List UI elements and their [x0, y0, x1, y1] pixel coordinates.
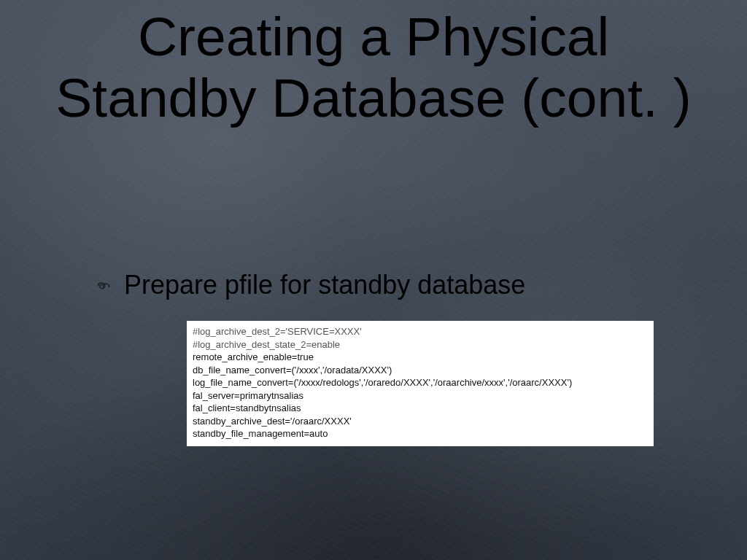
bullet-text: Prepare pfile for standby database: [124, 270, 525, 300]
pfile-code-block: #log_archive_dest_2='SERVICE=XXXX' #log_…: [187, 321, 654, 446]
title-line-1: Creating a Physical: [138, 6, 609, 67]
code-line: standby_archive_dest='/oraarc/XXXX': [193, 415, 648, 428]
code-line: #log_archive_dest_state_2=enable: [193, 338, 648, 351]
title-line-2: Standby Database (cont. ): [55, 67, 691, 128]
code-line: standby_file_management=auto: [193, 427, 648, 440]
code-line: fal_server=primarytnsalias: [193, 389, 648, 402]
code-line: #log_archive_dest_2='SERVICE=XXXX': [193, 325, 648, 338]
swirl-bullet-icon: [96, 281, 111, 291]
code-line: log_file_name_convert=('/xxxx/redologs',…: [193, 376, 648, 389]
code-line: fal_client=standbytnsalias: [193, 402, 648, 415]
code-line: db_file_name_convert=('/xxxx','/oradata/…: [193, 364, 648, 377]
bullet-item: Prepare pfile for standby database: [96, 270, 525, 300]
slide: Creating a Physical Standby Database (co…: [0, 0, 747, 560]
code-line: remote_archive_enable=true: [193, 351, 648, 364]
slide-title: Creating a Physical Standby Database (co…: [0, 6, 747, 128]
